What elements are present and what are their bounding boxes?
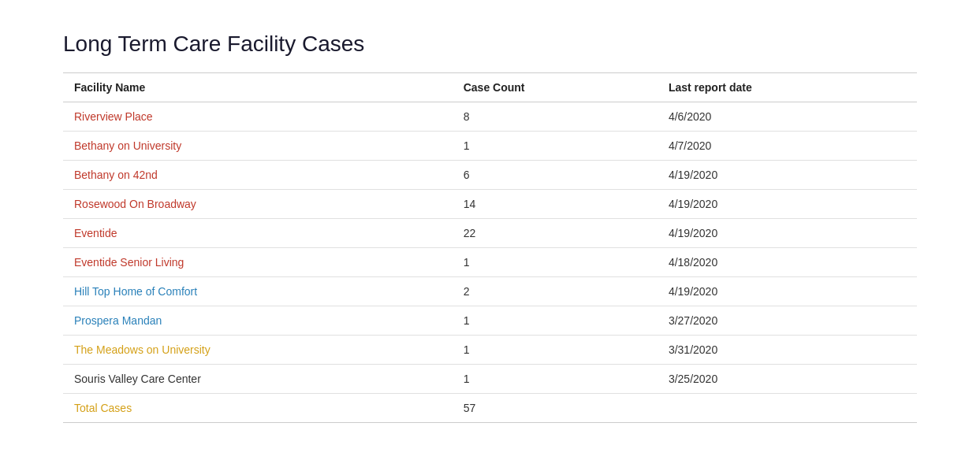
case-count-cell: 22 [453, 219, 658, 248]
facility-name-cell: Prospera Mandan [63, 306, 453, 336]
case-count-cell: 6 [453, 161, 658, 190]
case-count-cell: 1 [453, 336, 658, 365]
facility-cases-table: Facility Name Case Count Last report dat… [63, 72, 917, 423]
case-count-cell: 1 [453, 132, 658, 161]
last-report-date-cell: 3/25/2020 [658, 365, 917, 394]
facility-name-cell: The Meadows on University [63, 336, 453, 365]
table-row: Hill Top Home of Comfort24/19/2020 [63, 277, 917, 306]
column-header-last-report-date: Last report date [658, 73, 917, 102]
last-report-date-cell: 4/19/2020 [658, 190, 917, 219]
table-row: Eventide224/19/2020 [63, 219, 917, 248]
table-row: Souris Valley Care Center13/25/2020 [63, 365, 917, 394]
last-report-date-cell: 3/31/2020 [658, 336, 917, 365]
facility-name-cell: Souris Valley Care Center [63, 365, 453, 394]
facility-name-cell: Total Cases [63, 394, 453, 423]
last-report-date-cell: 4/19/2020 [658, 277, 917, 306]
facility-name-cell: Riverview Place [63, 102, 453, 132]
case-count-cell: 1 [453, 306, 658, 336]
table-row: Bethany on University14/7/2020 [63, 132, 917, 161]
facility-name-cell: Bethany on University [63, 132, 453, 161]
last-report-date-cell: 3/27/2020 [658, 306, 917, 336]
last-report-date-cell: 4/6/2020 [658, 102, 917, 132]
last-report-date-cell [658, 394, 917, 423]
facility-name-cell: Hill Top Home of Comfort [63, 277, 453, 306]
case-count-cell: 57 [453, 394, 658, 423]
last-report-date-cell: 4/18/2020 [658, 248, 917, 277]
facility-name-cell: Eventide Senior Living [63, 248, 453, 277]
column-header-facility-name: Facility Name [63, 73, 453, 102]
last-report-date-cell: 4/19/2020 [658, 161, 917, 190]
case-count-cell: 14 [453, 190, 658, 219]
case-count-cell: 2 [453, 277, 658, 306]
column-header-case-count: Case Count [453, 73, 658, 102]
case-count-cell: 1 [453, 248, 658, 277]
last-report-date-cell: 4/19/2020 [658, 219, 917, 248]
case-count-cell: 8 [453, 102, 658, 132]
table-row: Rosewood On Broadway144/19/2020 [63, 190, 917, 219]
table-row: Bethany on 42nd64/19/2020 [63, 161, 917, 190]
table-row: Eventide Senior Living14/18/2020 [63, 248, 917, 277]
facility-name-cell: Eventide [63, 219, 453, 248]
table-header-row: Facility Name Case Count Last report dat… [63, 73, 917, 102]
table-row: Total Cases57 [63, 394, 917, 423]
case-count-cell: 1 [453, 365, 658, 394]
table-row: The Meadows on University13/31/2020 [63, 336, 917, 365]
table-row: Prospera Mandan13/27/2020 [63, 306, 917, 336]
page-title: Long Term Care Facility Cases [63, 32, 917, 57]
facility-name-cell: Bethany on 42nd [63, 161, 453, 190]
last-report-date-cell: 4/7/2020 [658, 132, 917, 161]
table-row: Riverview Place84/6/2020 [63, 102, 917, 132]
facility-name-cell: Rosewood On Broadway [63, 190, 453, 219]
